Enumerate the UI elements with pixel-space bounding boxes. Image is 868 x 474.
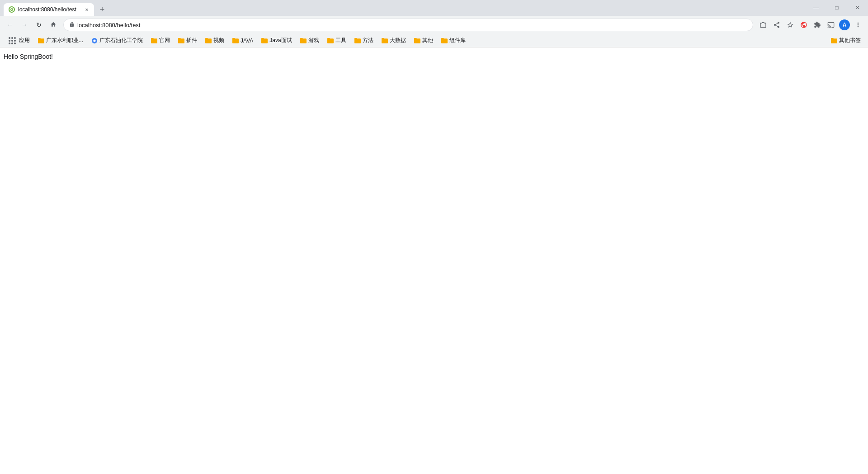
folder-icon [151,38,157,44]
folder-icon [178,38,184,44]
bookmark-item-9[interactable]: 方法 [351,35,377,46]
bookmark-star-icon[interactable] [784,19,797,31]
url-input[interactable] [77,22,747,28]
more-options-button[interactable] [852,19,864,31]
svg-point-1 [93,39,95,42]
tab-favicon [8,6,15,13]
folder-icon [38,38,44,44]
folder-right-icon [831,38,837,44]
other-bookmarks-button[interactable]: 其他书签 [827,35,864,46]
screenshot-icon[interactable] [757,19,769,31]
window-controls: — □ ✕ [806,1,868,16]
bookmarks-bar: 应用 广东水利职业... 广东石油化工学院 官网 插件 视频 [0,34,868,47]
bookmark-item-12[interactable]: 组件库 [438,35,469,46]
bookmark-label: JAVA [241,38,253,44]
tab-close-button[interactable]: ✕ [83,6,90,13]
minimize-button[interactable]: — [806,1,826,14]
address-bar[interactable] [63,19,753,31]
apps-label: 应用 [19,37,30,44]
share-icon[interactable] [770,19,783,31]
active-tab[interactable]: localhost:8080/hello/test ✕ [4,3,94,16]
bookmark-label: 其他 [422,37,433,44]
bookmark-label: 广东石油化工学院 [99,37,143,44]
tab-title: localhost:8080/hello/test [18,6,80,13]
other-bookmarks-label: 其他书签 [839,37,861,44]
apps-button[interactable]: 应用 [4,34,33,47]
back-button[interactable]: ← [4,19,16,31]
apps-grid-icon [7,36,17,46]
bookmark-label: 工具 [335,37,346,44]
bookmark-label: 大数据 [390,37,406,44]
folder-icon [441,38,448,44]
page-content: Hello SpringBoot! [0,47,868,474]
folder-icon [354,38,361,44]
bookmark-label: 游戏 [308,37,319,44]
bookmark-item-2[interactable]: 官网 [147,35,174,46]
title-bar: localhost:8080/hello/test ✕ + — □ ✕ [0,0,868,16]
bookmark-item-11[interactable]: 其他 [410,35,437,46]
bookmark-item-4[interactable]: 视频 [202,35,228,46]
folder-icon [232,38,239,44]
bookmark-label: Java面试 [269,37,292,44]
profile-button[interactable]: A [838,19,851,31]
bookmark-label: 插件 [186,37,197,44]
folder-icon [261,38,268,44]
back-icon: ← [7,21,13,28]
toolbar-icons: A [757,19,864,31]
bookmark-item-7[interactable]: 游戏 [297,35,323,46]
folder-icon [414,38,420,44]
bookmark-label: 方法 [363,37,373,44]
folder-icon [382,38,388,44]
profile-avatar: A [839,19,850,30]
home-icon [50,21,57,29]
bookmark-label: 官网 [159,37,170,44]
refresh-button[interactable]: ↻ [33,19,45,31]
close-button[interactable]: ✕ [847,1,868,14]
folder-icon [205,38,212,44]
bookmark-item-5[interactable]: JAVA [229,36,257,45]
forward-icon: → [21,21,28,28]
bookmark-label: 广东水利职业... [46,37,83,44]
link-favicon [91,38,98,44]
folder-icon [327,38,334,44]
bookmark-item-3[interactable]: 插件 [175,35,201,46]
vivaldi-icon[interactable] [797,19,810,31]
bookmark-item-10[interactable]: 大数据 [378,35,410,46]
home-button[interactable] [47,19,60,31]
bookmark-item-6[interactable]: Java面试 [258,35,295,46]
bookmark-item-1[interactable]: 广东石油化工学院 [88,35,146,46]
bookmarks-right: 其他书签 [827,35,864,46]
new-tab-button[interactable]: + [96,3,108,16]
refresh-icon: ↻ [36,21,42,28]
extensions-icon[interactable] [811,19,824,31]
bookmark-item-8[interactable]: 工具 [324,35,350,46]
navigation-bar: ← → ↻ [0,16,868,34]
bookmark-item-0[interactable]: 广东水利职业... [34,35,87,46]
folder-icon [300,38,307,44]
security-icon [69,22,75,28]
forward-button[interactable]: → [18,19,31,31]
maximize-button[interactable]: □ [826,1,847,14]
page-text: Hello SpringBoot! [4,53,864,60]
cast-icon[interactable] [825,19,837,31]
bookmark-label: 视频 [213,37,224,44]
bookmark-label: 组件库 [449,37,466,44]
